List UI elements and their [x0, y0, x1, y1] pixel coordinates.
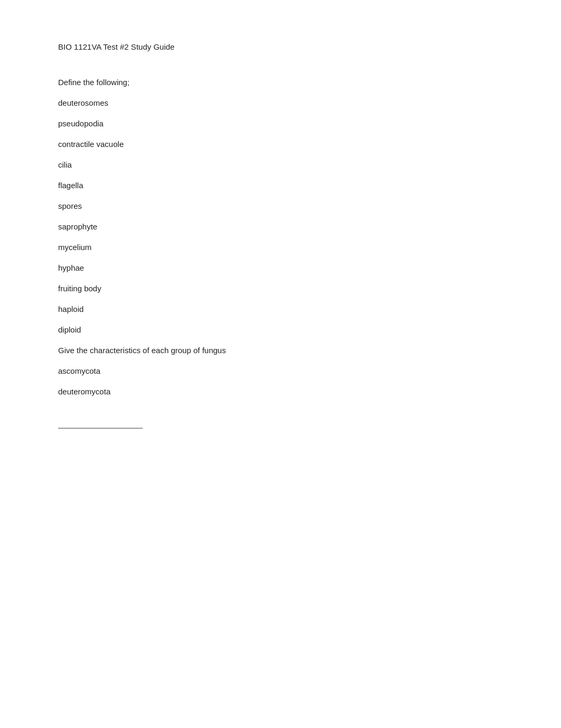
term-5: flagella	[58, 181, 503, 190]
term-3: contractile vacuole	[58, 140, 503, 149]
term-10: fruiting body	[58, 284, 503, 293]
term-14: ascomycota	[58, 366, 503, 375]
term-11: haploid	[58, 305, 503, 314]
sections-container: Define the following;deuterosomespseudop…	[58, 78, 503, 396]
section-label-13: Give the characteristics of each group o…	[58, 346, 503, 355]
term-6: spores	[58, 201, 503, 210]
page-container: BIO 1121VA Test #2 Study Guide Define th…	[0, 0, 561, 471]
section-label-0: Define the following;	[58, 78, 503, 87]
term-2: pseudopodia	[58, 119, 503, 128]
term-1: deuterosomes	[58, 98, 503, 107]
page-divider	[58, 428, 143, 429]
term-9: hyphae	[58, 263, 503, 272]
term-12: diploid	[58, 325, 503, 334]
term-15: deuteromycota	[58, 387, 503, 396]
term-7: saprophyte	[58, 222, 503, 231]
term-4: cilia	[58, 160, 503, 169]
term-8: mycelium	[58, 243, 503, 252]
page-title: BIO 1121VA Test #2 Study Guide	[58, 42, 503, 51]
